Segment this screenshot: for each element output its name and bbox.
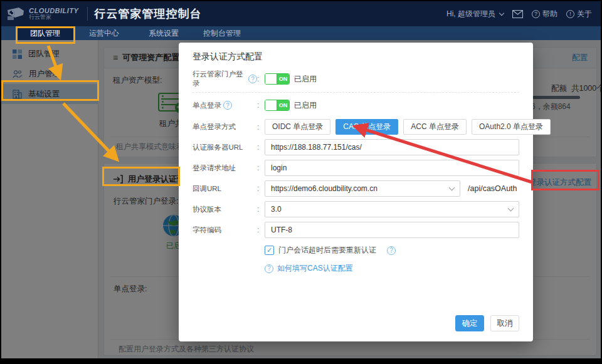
- charset-input[interactable]: [265, 222, 519, 238]
- callback-url-select[interactable]: https://demo6.cloudbility.com.cn: [265, 180, 460, 197]
- login-path-input[interactable]: [265, 160, 519, 176]
- help-circle-icon[interactable]: ?: [387, 246, 396, 255]
- portal-toggle-status: 已启用: [294, 74, 317, 85]
- help-circle-icon: ?: [532, 10, 540, 18]
- modal-title: 登录认证方式配置: [193, 51, 519, 63]
- portal-toggle-label: 行云管家门户登录: [193, 70, 246, 88]
- chevron-down-icon: [508, 205, 514, 212]
- sso-type-cas-button[interactable]: CAS 单点登录: [335, 119, 398, 135]
- login-path-label: 登录请求地址: [193, 164, 236, 173]
- login-auth-config-modal: 登录认证方式配置 行云管家门户登录 ? : ON 已启用 单点登录 ?: [179, 43, 533, 341]
- tab-system-settings[interactable]: 系统设置: [144, 26, 184, 40]
- section-divider: [193, 92, 519, 93]
- reauth-checkbox-row: ✓ 门户会话超时后需要重新认证 ?: [193, 245, 519, 256]
- sso-type-oidc-button[interactable]: OIDC 单点登录: [265, 119, 330, 135]
- protocol-version-label: 协议版本: [193, 205, 221, 214]
- cas-help-row: ? 如何填写CAS认证配置: [193, 263, 519, 274]
- confirm-button[interactable]: 确定: [455, 315, 484, 331]
- brand-subname: 行云管家: [29, 14, 78, 20]
- charset-row: 字符编码 :: [193, 222, 519, 238]
- about-button[interactable]: ! 关于: [566, 9, 592, 19]
- tab-operations-center[interactable]: 运营中心: [84, 26, 124, 40]
- sso-type-row: 单点登录方式 : OIDC 单点登录 CAS 单点登录 ACC 单点登录 OAu…: [193, 119, 519, 135]
- help-label: 帮助: [542, 9, 557, 19]
- server-url-label: 认证服务器URL: [193, 143, 243, 152]
- sso-toggle[interactable]: ON: [265, 100, 290, 111]
- question-circle-icon: ?: [265, 264, 273, 273]
- about-label: 关于: [577, 9, 592, 19]
- sso-type-label: 单点登录方式: [193, 122, 236, 132]
- toggle-on-label: ON: [277, 74, 289, 84]
- toggle-knob: [265, 74, 277, 84]
- page-title: 行云管家管理控制台: [94, 6, 201, 21]
- callback-url-suffix: /api/casOAuth: [468, 184, 517, 193]
- protocol-version-row: 协议版本 : 3.0: [193, 201, 519, 217]
- sso-toggle-label: 单点登录: [193, 101, 221, 110]
- help-button[interactable]: ? 帮助: [532, 9, 557, 19]
- portal-login-row: 行云管家门户登录 ? : ON 已启用: [193, 73, 519, 85]
- callback-url-label: 回调URL: [193, 184, 221, 194]
- messages-button[interactable]: [512, 10, 523, 18]
- reauth-checkbox-label: 门户会话超时后需要重新认证: [278, 245, 376, 256]
- user-menu[interactable]: Hi, 超级管理员: [446, 9, 504, 19]
- cancel-button[interactable]: 取消: [490, 315, 519, 331]
- toggle-on-label: ON: [277, 100, 289, 110]
- callback-url-row: 回调URL : https://demo6.cloudbility.com.cn…: [193, 180, 519, 197]
- info-circle-icon: !: [566, 10, 574, 18]
- chevron-down-icon: [499, 10, 504, 15]
- chevron-down-icon: [449, 185, 455, 191]
- sso-row: 单点登录 ? : ON 已启用: [193, 99, 519, 112]
- charset-label: 字符编码: [193, 226, 221, 235]
- tab-team-management[interactable]: 团队管理: [16, 26, 74, 40]
- sso-type-acc-button[interactable]: ACC 单点登录: [403, 119, 467, 135]
- cas-help-link[interactable]: 如何填写CAS认证配置: [277, 263, 353, 274]
- application-window: CLOUDBILITY 行云管家 行云管家管理控制台 Hi, 超级管理员 ? 帮…: [1, 1, 601, 358]
- callback-url-value: https://demo6.cloudbility.com.cn: [271, 184, 378, 193]
- server-url-input[interactable]: [265, 139, 519, 155]
- protocol-version-value: 3.0: [271, 205, 282, 214]
- user-greeting: Hi, 超级管理员: [446, 9, 495, 19]
- mail-icon: [512, 10, 523, 18]
- tab-console-management[interactable]: 控制台管理: [198, 26, 246, 40]
- top-header: CLOUDBILITY 行云管家 行云管家管理控制台 Hi, 超级管理员 ? 帮…: [1, 1, 601, 26]
- portal-login-toggle[interactable]: ON: [265, 73, 290, 85]
- logo: CLOUDBILITY 行云管家: [6, 6, 78, 21]
- server-url-row: 认证服务器URL :: [193, 139, 519, 155]
- protocol-version-select[interactable]: 3.0: [265, 201, 519, 217]
- toggle-knob: [265, 100, 277, 110]
- sso-toggle-status: 已启用: [294, 100, 317, 111]
- reauth-checkbox[interactable]: ✓: [265, 246, 274, 255]
- sso-type-oauth2-button[interactable]: OAuth2.0 单点登录: [472, 119, 551, 135]
- help-circle-icon[interactable]: ?: [223, 101, 232, 110]
- main-nav: 团队管理 运营中心 系统设置 控制台管理: [1, 26, 601, 40]
- header-divider: [87, 7, 88, 21]
- login-path-row: 登录请求地址 :: [193, 160, 519, 176]
- cloudbility-logo-icon: [6, 6, 25, 21]
- help-circle-icon[interactable]: ?: [248, 75, 257, 83]
